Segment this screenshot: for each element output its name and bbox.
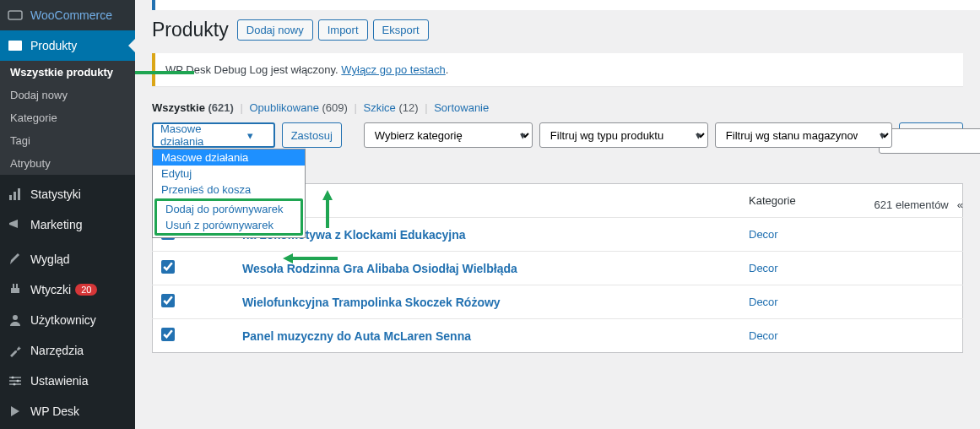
row-checkbox[interactable]	[161, 294, 175, 307]
menu-wpdesk[interactable]: WP Desk	[0, 396, 135, 426]
annotation-arrow-icon	[283, 252, 342, 265]
stats-icon	[7, 186, 24, 203]
svg-rect-3	[14, 192, 16, 200]
annotation-arrow-icon	[321, 190, 334, 232]
bulk-opt-add-compare[interactable]: Dodaj do porównywarek	[157, 201, 300, 217]
search-input[interactable]	[879, 128, 980, 154]
menu-label: Wygląd	[30, 253, 70, 266]
table-row: Panel muzyczny do Auta McLaren Senna Dec…	[153, 319, 963, 353]
wrench-icon	[7, 342, 24, 359]
filter-sorting[interactable]: Sortowanie	[434, 101, 489, 114]
type-filter-select[interactable]: Filtruj wg typu produktu	[539, 122, 708, 148]
pagination-count: 621 elementów	[874, 198, 949, 211]
menu-marketing[interactable]: Marketing	[0, 209, 135, 240]
plugin-badge: 20	[75, 284, 97, 296]
menu-label: WooCommerce	[30, 8, 112, 22]
filter-all[interactable]: Wszystkie	[152, 101, 205, 114]
bulk-action-select[interactable]: Masowe działania ▾ Masowe działania Edyt…	[152, 122, 275, 148]
status-filters: Wszystkie (621) | Opublikowane (609) | S…	[152, 101, 963, 114]
svg-rect-0	[8, 11, 22, 19]
page-title: Produkty	[152, 19, 229, 41]
bulk-opt-remove-compare[interactable]: Usuń z porównywarek	[157, 217, 300, 233]
menu-tools[interactable]: Narzędzia	[0, 335, 135, 366]
bulk-opt-header[interactable]: Masowe działania	[153, 149, 305, 166]
svg-marker-12	[322, 190, 333, 200]
menu-label: Użytkownicy	[30, 313, 96, 327]
svg-rect-1	[8, 41, 22, 51]
submenu-attributes[interactable]: Atrybuty	[0, 152, 135, 175]
menu-label: Statystyki	[30, 187, 81, 201]
marketing-icon	[7, 216, 24, 233]
submenu-all-products[interactable]: Wszystkie produkty	[0, 61, 135, 84]
bulk-opt-edit[interactable]: Edytuj	[153, 166, 305, 182]
menu-label: WP Desk	[30, 405, 79, 418]
submenu-tags[interactable]: Tagi	[0, 129, 135, 152]
menu-stats[interactable]: Statystyki	[0, 179, 135, 209]
sliders-icon	[7, 372, 24, 389]
menu-woocommerce[interactable]: WooCommerce	[0, 0, 135, 30]
menu-label: Narzędzia	[30, 344, 84, 357]
svg-point-6	[12, 377, 14, 379]
import-button[interactable]: Import	[318, 19, 368, 41]
filter-drafts[interactable]: Szkice	[364, 101, 396, 114]
products-submenu: Wszystkie produkty Dodaj nowy Kategorie …	[0, 61, 135, 175]
svg-rect-2	[9, 195, 12, 200]
category-link[interactable]: Decor	[749, 296, 778, 308]
table-row: Wielofunkcyjna Trampolinka Skoczek Różow…	[153, 285, 963, 319]
pagination-prev[interactable]: «	[957, 198, 963, 211]
active-arrow-icon	[128, 39, 135, 52]
menu-label: Ustawienia	[30, 374, 88, 388]
svg-point-5	[13, 315, 18, 320]
svg-rect-4	[18, 188, 20, 200]
category-link[interactable]: Decor	[749, 262, 778, 274]
woo-icon	[7, 7, 24, 24]
bulk-opt-group-highlighted: Dodaj do porównywarek Usuń z porównyware…	[154, 198, 303, 236]
product-link[interactable]: Panel muzyczny do Auta McLaren Senna	[242, 329, 471, 343]
top-notice-sliver	[152, 0, 980, 10]
menu-settings[interactable]: Ustawienia	[0, 366, 135, 396]
stock-filter-select[interactable]: Filtruj wg stanu magazynow	[715, 122, 892, 148]
category-link[interactable]: Decor	[749, 329, 778, 342]
bulk-action-dropdown: Masowe działania Edytuj Przenieś do kosz…	[152, 149, 306, 238]
notice-link[interactable]: Wyłącz go po testach	[341, 63, 445, 76]
admin-sidebar: WooCommerce Produkty Wszystkie produkty …	[0, 0, 135, 429]
chevron-down-icon: ▾	[247, 129, 253, 142]
add-new-button[interactable]: Dodaj nowy	[237, 19, 313, 41]
filter-published[interactable]: Opublikowane	[250, 101, 319, 114]
debug-notice: WP Desk Debug Log jest włączony. Wyłącz …	[152, 53, 963, 86]
table-row: Wesoła Rodzinna Gra Alibaba Osiodłaj Wie…	[153, 252, 963, 285]
pagination: 621 elementów «	[874, 198, 963, 211]
svg-marker-14	[283, 253, 293, 263]
svg-point-7	[17, 380, 19, 383]
export-button[interactable]: Eksport	[373, 19, 429, 41]
menu-products[interactable]: Produkty	[0, 30, 135, 61]
menu-label: Produkty	[30, 39, 77, 52]
apply-button[interactable]: Zastosuj	[282, 122, 342, 148]
plugin-icon	[7, 281, 24, 298]
bulk-opt-trash[interactable]: Przenieś do kosza	[153, 182, 305, 198]
category-filter-select[interactable]: Wybierz kategorię	[364, 122, 533, 148]
submenu-add-new[interactable]: Dodaj nowy	[0, 84, 135, 106]
play-icon	[7, 403, 24, 420]
page-header: Produkty Dodaj nowy Import Eksport	[152, 19, 963, 41]
row-checkbox[interactable]	[161, 328, 175, 341]
menu-label: Marketing	[30, 218, 82, 231]
menu-appearance[interactable]: Wygląd	[0, 244, 135, 274]
row-checkbox[interactable]	[161, 260, 175, 274]
brush-icon	[7, 251, 24, 268]
main-content: Produkty Dodaj nowy Import Eksport WP De…	[135, 0, 980, 429]
menu-plugins[interactable]: Wtyczki 20	[0, 274, 135, 305]
svg-point-8	[14, 383, 16, 386]
category-link[interactable]: Decor	[749, 228, 778, 241]
tag-icon	[7, 37, 24, 54]
annotation-arrow-icon	[135, 66, 198, 79]
submenu-categories[interactable]: Kategorie	[0, 106, 135, 129]
product-link[interactable]: Wielofunkcyjna Trampolinka Skoczek Różow…	[242, 296, 501, 309]
menu-label: Wtyczki	[30, 283, 71, 296]
toolbar: Masowe działania ▾ Masowe działania Edyt…	[152, 122, 963, 148]
user-icon	[7, 312, 24, 329]
menu-users[interactable]: Użytkownicy	[0, 305, 135, 335]
